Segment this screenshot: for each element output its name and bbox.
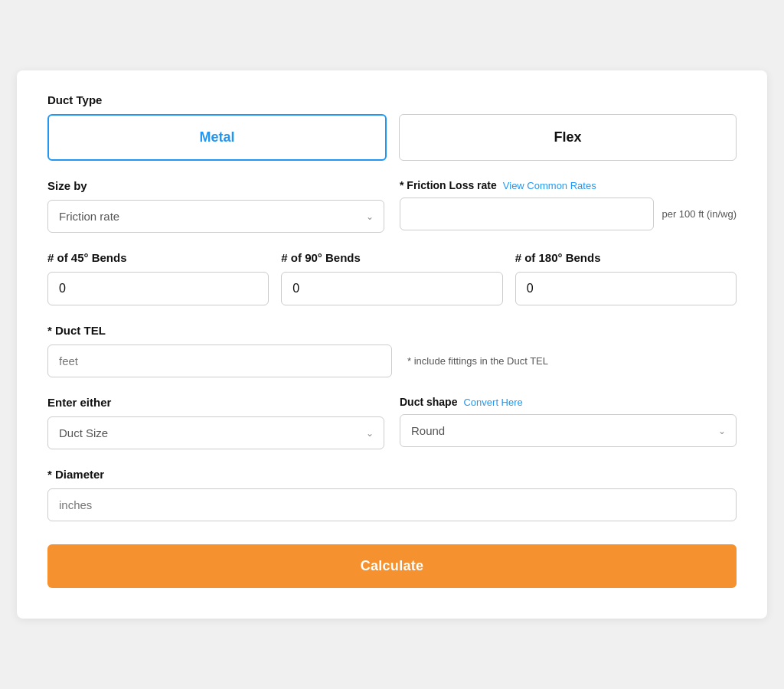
duct-type-flex-button[interactable]: Flex [399, 114, 737, 161]
duct-shape-select[interactable]: Round [400, 414, 737, 447]
duct-type-label: Duct Type [47, 93, 737, 106]
size-by-select[interactable]: Friction rate [47, 200, 384, 233]
enter-either-select[interactable]: Duct Size [47, 416, 384, 449]
duct-type-row: Metal Flex [47, 114, 737, 161]
enter-either-select-wrapper: Duct Size ⌄ [47, 416, 384, 449]
size-by-column: Size by Friction rate ⌄ [47, 179, 384, 233]
bend45-input[interactable] [47, 272, 269, 305]
calculator-card: Duct Type Metal Flex Size by Friction ra… [17, 70, 767, 619]
view-common-rates-link[interactable]: View Common Rates [503, 180, 596, 191]
diameter-section: * Diameter [47, 468, 737, 521]
bend90-label: # of 90° Bends [281, 251, 502, 264]
duct-type-metal-button[interactable]: Metal [47, 114, 387, 161]
duct-tel-label: * Duct TEL [47, 324, 737, 337]
friction-loss-column: * Friction Loss rate View Common Rates p… [400, 179, 737, 230]
enter-either-label: Enter either [47, 396, 384, 409]
bend90-column: # of 90° Bends [281, 251, 502, 305]
diameter-label: * Diameter [47, 468, 737, 481]
enter-either-column: Enter either Duct Size ⌄ [47, 396, 384, 449]
friction-loss-input[interactable] [400, 198, 654, 230]
convert-here-link[interactable]: Convert Here [463, 397, 522, 408]
size-by-label: Size by [47, 179, 384, 192]
bend180-label: # of 180° Bends [515, 251, 737, 264]
duct-shape-field-label: Duct shape Convert Here [400, 396, 737, 408]
friction-loss-label: * Friction Loss rate View Common Rates [400, 179, 737, 191]
duct-shape-column: Duct shape Convert Here Round ⌄ [400, 396, 737, 447]
bend45-label: # of 45° Bends [47, 251, 269, 264]
size-by-select-wrapper: Friction rate ⌄ [47, 200, 384, 233]
bend180-input[interactable] [515, 272, 737, 305]
friction-loss-title: * Friction Loss rate [400, 179, 497, 191]
calculate-button[interactable]: Calculate [47, 544, 737, 588]
duct-shape-select-wrapper: Round ⌄ [400, 414, 737, 447]
friction-loss-unit: per 100 ft (in/wg) [662, 208, 737, 220]
duct-shape-title: Duct shape [400, 396, 457, 408]
bend90-input[interactable] [281, 272, 502, 305]
bend180-column: # of 180° Bends [515, 251, 737, 305]
friction-loss-input-row: per 100 ft (in/wg) [400, 198, 737, 230]
bend45-column: # of 45° Bends [47, 251, 269, 305]
duct-tel-helper: * include fittings in the Duct TEL [407, 355, 737, 367]
duct-tel-input[interactable] [47, 344, 392, 377]
bends-row: # of 45° Bends # of 90° Bends # of 180° … [47, 251, 737, 305]
diameter-input[interactable] [47, 488, 737, 521]
duct-tel-row: * include fittings in the Duct TEL [47, 344, 737, 377]
enter-duct-shape-row: Enter either Duct Size ⌄ Duct shape Conv… [47, 396, 737, 449]
size-friction-row: Size by Friction rate ⌄ * Friction Loss … [47, 179, 737, 233]
duct-tel-input-wrap [47, 344, 392, 377]
duct-tel-section: * Duct TEL * include fittings in the Duc… [47, 324, 737, 377]
